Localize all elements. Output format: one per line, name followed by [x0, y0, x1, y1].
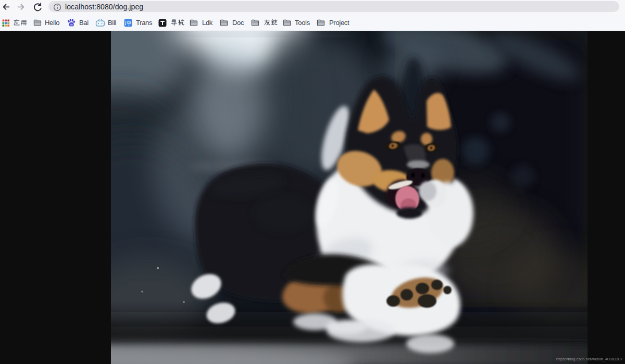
svg-text:du: du [70, 23, 73, 26]
